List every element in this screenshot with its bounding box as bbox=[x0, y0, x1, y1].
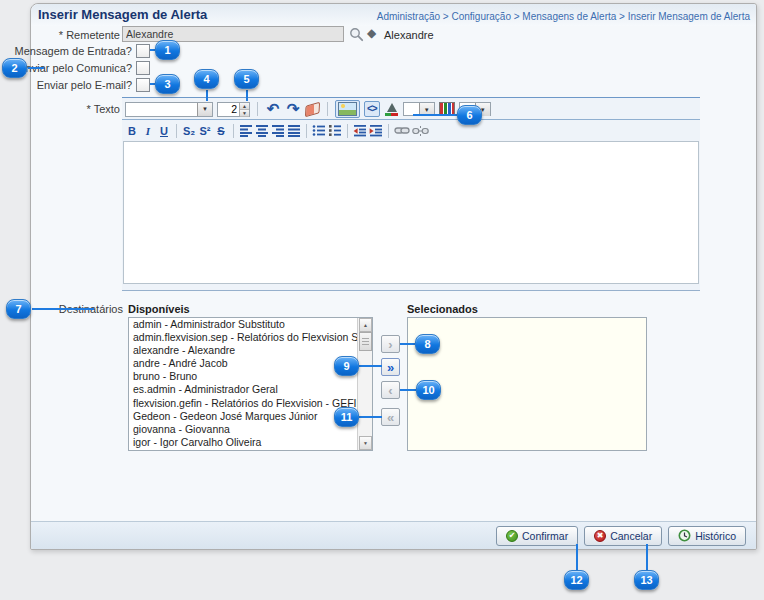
entrada-label: Mensagem de Entrada? bbox=[0, 45, 132, 57]
callout-line bbox=[32, 308, 94, 310]
bullet-list-icon[interactable] bbox=[312, 124, 326, 137]
toolbar-separator bbox=[176, 124, 177, 138]
align-right-icon[interactable] bbox=[271, 124, 285, 137]
history-clock-icon bbox=[678, 529, 691, 542]
numbered-list-icon[interactable] bbox=[328, 124, 342, 137]
search-icon[interactable] bbox=[349, 27, 364, 42]
unlink-icon[interactable] bbox=[412, 125, 429, 137]
callout-line bbox=[576, 544, 578, 571]
list-item[interactable]: flexvision.gefin - Relatórios do Flexvis… bbox=[129, 397, 372, 410]
callout-line bbox=[400, 343, 416, 345]
toolbar-separator bbox=[388, 124, 389, 138]
cancel-button-label: Cancelar bbox=[610, 530, 652, 542]
font-family-value bbox=[126, 103, 197, 116]
list-item[interactable]: igor - Igor Carvalho Oliveira bbox=[129, 436, 372, 449]
confirm-button-label: Confirmar bbox=[522, 530, 568, 542]
callout-line bbox=[28, 67, 44, 69]
list-item[interactable]: alexandre - Alexandre bbox=[129, 344, 372, 357]
callout-badge: 3 bbox=[155, 74, 180, 94]
list-item[interactable]: es.admin - Administrador Geral bbox=[129, 383, 372, 396]
editor-toolbar-bottom: B I U S₂ S² S bbox=[122, 121, 700, 140]
link-icon[interactable] bbox=[394, 125, 410, 136]
toolbar-separator bbox=[233, 124, 234, 138]
callout-badge: 2 bbox=[2, 58, 27, 78]
callout-badge: 5 bbox=[234, 69, 259, 89]
font-size-input[interactable] bbox=[218, 103, 239, 116]
list-item[interactable]: admin.flexvision.sep - Relatórios do Fle… bbox=[129, 331, 372, 344]
email-label: Enviar pelo E-mail? bbox=[0, 79, 132, 91]
entrada-checkbox[interactable] bbox=[136, 44, 150, 58]
comunica-checkbox[interactable] bbox=[136, 61, 150, 75]
scroll-up-icon[interactable]: ▲ bbox=[359, 318, 372, 332]
redo-icon[interactable]: ↷ bbox=[285, 102, 301, 116]
toolbar-separator bbox=[257, 102, 258, 116]
check-icon: ✔ bbox=[506, 530, 518, 542]
spin-down-icon[interactable]: ▼ bbox=[240, 110, 249, 117]
move-all-left-button[interactable]: « bbox=[381, 408, 400, 426]
callout-badge: 13 bbox=[634, 570, 659, 590]
italic-icon[interactable]: I bbox=[141, 125, 155, 137]
close-icon: ✖ bbox=[594, 530, 606, 542]
history-button[interactable]: Histórico bbox=[668, 526, 746, 546]
email-checkbox[interactable] bbox=[136, 78, 150, 92]
scrollbar-thumb[interactable] bbox=[359, 332, 372, 351]
screen: Inserir Mensagem de Alerta Administração… bbox=[0, 0, 764, 600]
font-family-select[interactable]: ▼ bbox=[125, 102, 213, 117]
page-title: Inserir Mensagem de Alerta bbox=[38, 7, 207, 22]
callout-line bbox=[646, 544, 648, 571]
align-center-icon[interactable] bbox=[255, 124, 269, 137]
undo-icon[interactable]: ↶ bbox=[265, 102, 281, 116]
justify-icon[interactable] bbox=[287, 124, 301, 137]
underline-icon[interactable]: U bbox=[157, 125, 171, 137]
source-code-icon[interactable]: <> bbox=[364, 101, 380, 117]
move-right-button[interactable]: › bbox=[381, 335, 400, 353]
callout-line bbox=[413, 114, 458, 116]
scrollbar[interactable]: ▲ ▼ bbox=[357, 318, 372, 450]
scroll-down-icon[interactable]: ▼ bbox=[359, 436, 372, 450]
available-listbox[interactable]: admin - Administrador Substituto admin.f… bbox=[128, 317, 373, 451]
eraser-icon[interactable] bbox=[305, 104, 320, 115]
breadcrumb[interactable]: Administração > Configuração > Mensagens… bbox=[377, 11, 750, 22]
editor-toolbar-top: ▼ ▲ ▼ ↶ ↷ <> ▼ ▼ bbox=[122, 99, 700, 119]
callout-line bbox=[359, 416, 382, 418]
cancel-button[interactable]: ✖ Cancelar bbox=[584, 526, 662, 546]
remetente-input[interactable] bbox=[122, 26, 344, 42]
rich-text-editor: ▼ ▲ ▼ ↶ ↷ <> ▼ ▼ bbox=[122, 97, 700, 291]
strikethrough-icon[interactable]: S bbox=[214, 125, 228, 137]
move-left-button[interactable]: ‹ bbox=[381, 381, 400, 399]
editor-content-area[interactable] bbox=[123, 141, 699, 284]
callout-badge: 7 bbox=[6, 299, 31, 319]
list-item[interactable]: quartz - Agendamento de Rotinas bbox=[129, 449, 372, 451]
callout-line bbox=[359, 365, 382, 367]
callout-badge: 8 bbox=[415, 334, 440, 354]
callout-badge: 9 bbox=[334, 356, 359, 376]
available-list-label: Disponíveis bbox=[128, 303, 190, 315]
spin-up-icon[interactable]: ▲ bbox=[240, 103, 249, 110]
texto-label: * Texto bbox=[0, 103, 120, 115]
move-all-right-button[interactable]: » bbox=[381, 358, 400, 376]
image-icon[interactable] bbox=[335, 100, 360, 118]
toolbar-separator bbox=[327, 102, 328, 116]
history-button-label: Histórico bbox=[695, 530, 736, 542]
confirm-button[interactable]: ✔ Confirmar bbox=[496, 526, 578, 546]
callout-badge: 4 bbox=[194, 69, 219, 89]
bold-icon[interactable]: B bbox=[125, 125, 139, 137]
indent-icon[interactable] bbox=[369, 124, 383, 137]
outdent-icon[interactable] bbox=[353, 124, 367, 137]
callout-badge: 10 bbox=[416, 380, 441, 400]
chevron-down-icon[interactable]: ▼ bbox=[197, 103, 212, 116]
font-color-icon[interactable] bbox=[384, 102, 399, 117]
list-item[interactable]: admin - Administrador Substituto bbox=[129, 318, 372, 331]
toolbar-separator bbox=[306, 124, 307, 138]
selected-listbox[interactable] bbox=[407, 317, 647, 451]
callout-badge: 6 bbox=[457, 105, 482, 125]
callout-line bbox=[246, 90, 248, 101]
subscript-icon[interactable]: S₂ bbox=[182, 125, 196, 137]
superscript-icon[interactable]: S² bbox=[198, 125, 212, 137]
toolbar-separator bbox=[347, 124, 348, 138]
tag-icon[interactable]: ◆ bbox=[367, 26, 376, 40]
toolbar-divider bbox=[122, 119, 700, 120]
align-left-icon[interactable] bbox=[239, 124, 253, 137]
font-size-stepper[interactable]: ▲ ▼ bbox=[217, 102, 250, 117]
selected-list-label: Selecionados bbox=[407, 303, 478, 315]
